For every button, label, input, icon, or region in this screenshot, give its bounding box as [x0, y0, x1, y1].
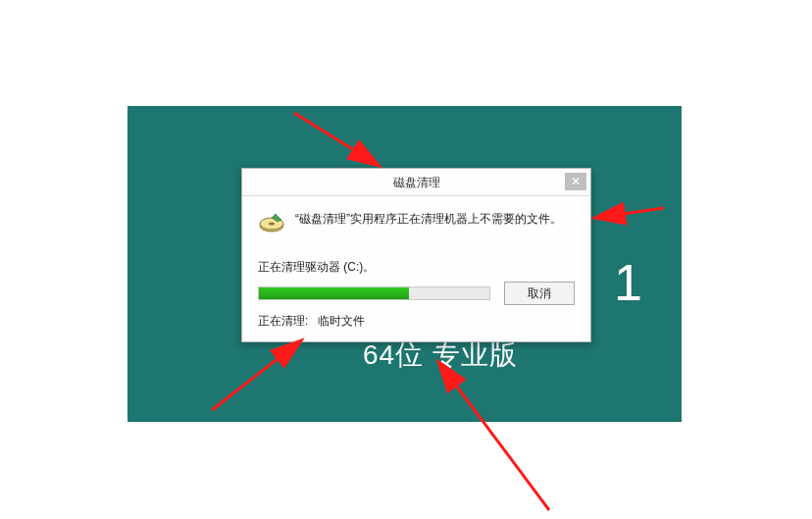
desktop-background: 1 64位 专业版 磁盘清理 ✕ “磁盘清理”实用程序正在清理机器上不需要的文件… [127, 106, 682, 422]
dialog-titlebar: 磁盘清理 ✕ [242, 169, 590, 196]
progress-bar [258, 286, 490, 300]
status-value: 临时文件 [318, 314, 365, 328]
disk-cleanup-icon [258, 212, 285, 237]
close-button[interactable]: ✕ [565, 173, 586, 190]
svg-point-2 [269, 223, 275, 226]
progress-label: 正在清理驱动器 (C:)。 [258, 259, 575, 276]
status-row: 正在清理: 临时文件 [258, 313, 575, 330]
disk-cleanup-dialog: 磁盘清理 ✕ “磁盘清理”实用程序正在清理机器上不需要的文件。 正在清理驱动器 … [241, 168, 591, 342]
status-key: 正在清理: [258, 314, 308, 328]
progress-row: 取消 [258, 282, 575, 305]
cancel-button[interactable]: 取消 [504, 282, 575, 305]
dialog-body: “磁盘清理”实用程序正在清理机器上不需要的文件。 正在清理驱动器 (C:)。 取… [242, 196, 590, 341]
message-row: “磁盘清理”实用程序正在清理机器上不需要的文件。 [258, 210, 575, 237]
dialog-message: “磁盘清理”实用程序正在清理机器上不需要的文件。 [295, 210, 562, 228]
bg-version-number: 1 [614, 253, 642, 312]
progress-fill [259, 287, 409, 299]
dialog-title: 磁盘清理 [393, 176, 440, 189]
